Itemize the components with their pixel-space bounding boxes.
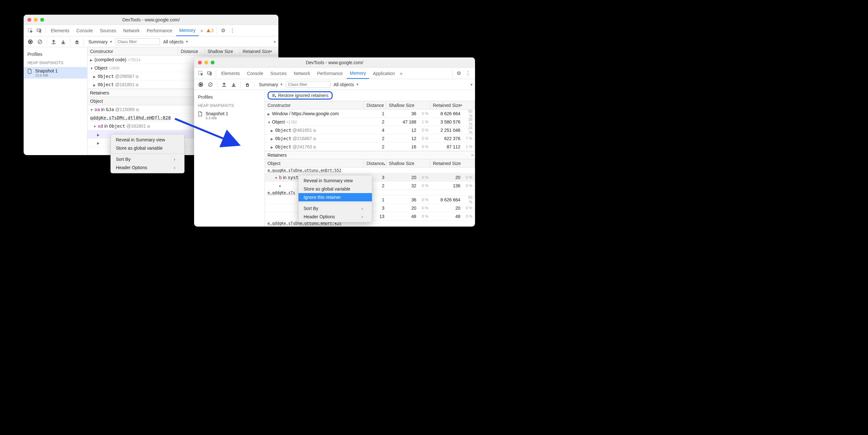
menu-store-global[interactable]: Store as global variable	[111, 144, 184, 152]
tab-performance[interactable]: Performance	[314, 68, 346, 79]
download-icon[interactable]	[59, 38, 67, 46]
expander-icon[interactable]: ▼	[90, 108, 94, 112]
svg-line-6	[39, 40, 41, 43]
settings-icon[interactable]: ⚙	[219, 27, 227, 33]
svg-point-12	[200, 84, 202, 86]
titlebar: DevTools - www.google.com/	[194, 57, 475, 68]
col-distance[interactable]: Distance	[178, 47, 205, 55]
memory-toolbar: Summary All objects ▾	[24, 36, 278, 47]
tab-icon: ⧉	[147, 124, 150, 129]
col-retained[interactable]: Retained Size	[240, 47, 278, 55]
clear-icon[interactable]	[36, 38, 44, 46]
upload-icon[interactable]	[220, 81, 228, 89]
toolbar-caret-icon[interactable]: ▾	[274, 39, 276, 44]
expander-icon[interactable]: ▶	[271, 137, 275, 141]
upload-icon[interactable]	[50, 38, 58, 46]
tab-memory[interactable]: Memory	[347, 68, 369, 79]
view-mode-select[interactable]: Summary	[257, 82, 284, 87]
inspect-icon[interactable]	[197, 69, 205, 77]
col-constructor[interactable]: Constructor	[265, 101, 364, 109]
minimize-icon[interactable]	[34, 18, 38, 22]
class-filter-input[interactable]	[286, 81, 331, 88]
zoom-icon[interactable]	[40, 18, 44, 22]
restore-ignored-retainers-button[interactable]: Restore ignored retainers	[268, 91, 333, 100]
col-distance[interactable]: Distance	[364, 101, 386, 109]
col-constructor[interactable]: Constructor	[88, 47, 178, 55]
kebab-icon[interactable]: ⋮	[464, 70, 472, 76]
retainer-row[interactable]: e,quugKe,sTsDne,uttunu,enDrt:552	[265, 167, 475, 173]
constructor-row[interactable]: ▼Object ×1782 2 47 1881 % 3 580 57639 %	[265, 118, 475, 126]
class-filter-input[interactable]	[115, 38, 160, 45]
expander-icon[interactable]: ▶	[97, 142, 101, 145]
tab-console[interactable]: Console	[73, 26, 96, 36]
inspect-icon[interactable]	[26, 27, 34, 35]
hamburger-icon[interactable]: ≡	[471, 153, 474, 158]
kebab-icon[interactable]: ⋮	[228, 27, 237, 33]
col-retained[interactable]: Retained Size	[430, 159, 475, 167]
download-icon[interactable]	[229, 81, 238, 89]
constructor-row[interactable]: ▶Object @461651 ⧉ 4 120 % 2 251 04824 %	[265, 126, 475, 134]
constructor-row[interactable]: ▶Object @216867 ⧉ 2 120 % 622 3767 %	[265, 134, 475, 143]
constructor-grid-header: Constructor Distance Shallow Size Retain…	[265, 101, 475, 110]
menu-sort-by[interactable]: Sort By	[111, 155, 184, 163]
menu-ignore-retainer[interactable]: Ignore this retainer	[299, 193, 372, 201]
col-object[interactable]: Object	[265, 159, 364, 167]
context-menu-b: Reveal in Summary view Store as global v…	[298, 175, 372, 222]
toolbar-caret-icon[interactable]: ▾	[470, 82, 472, 87]
col-shallow[interactable]: Shallow Size	[386, 101, 430, 109]
expander-icon[interactable]: ▼	[278, 184, 282, 188]
record-icon[interactable]	[26, 38, 34, 46]
snapshot-item[interactable]: Snapshot 1 13.6 MB	[24, 67, 87, 79]
menu-reveal-summary[interactable]: Reveal in Summary view	[111, 136, 184, 144]
expander-icon[interactable]: ▶	[93, 83, 97, 87]
device-toggle-icon[interactable]	[35, 27, 43, 35]
constructor-row[interactable]: ▶Window / https://www.google.com 1 360 %…	[265, 110, 475, 118]
tab-application[interactable]: Application	[370, 68, 398, 79]
close-icon[interactable]	[198, 61, 202, 64]
tab-console[interactable]: Console	[244, 68, 266, 79]
view-mode-select[interactable]: Summary	[87, 39, 114, 44]
gc-icon[interactable]	[73, 38, 81, 46]
menu-reveal-summary[interactable]: Reveal in Summary view	[299, 177, 372, 185]
col-shallow[interactable]: Shallow Size	[205, 47, 240, 55]
tab-elements[interactable]: Elements	[48, 26, 72, 36]
record-icon[interactable]	[197, 81, 205, 89]
tab-network[interactable]: Network	[120, 26, 143, 36]
expander-icon[interactable]: ▼	[275, 176, 278, 180]
minimize-icon[interactable]	[204, 61, 208, 64]
close-icon[interactable]	[27, 18, 31, 22]
expander-icon[interactable]: ▶	[93, 75, 97, 79]
expander-icon[interactable]: ▼	[268, 121, 271, 124]
scope-select[interactable]: All objects	[332, 82, 361, 87]
tab-sources[interactable]: Sources	[267, 68, 290, 79]
menu-sort-by[interactable]: Sort By	[299, 204, 372, 213]
menu-store-global[interactable]: Store as global variable	[299, 185, 372, 193]
zoom-icon[interactable]	[211, 61, 215, 64]
constructor-row[interactable]: ▶Object @241763 ⧉ 2 160 % 87 1121 %	[265, 143, 475, 151]
tab-performance[interactable]: Performance	[143, 26, 175, 36]
menu-header-options[interactable]: Header Options	[111, 163, 184, 172]
expander-icon[interactable]: ▶	[97, 133, 101, 136]
menu-header-options[interactable]: Header Options	[299, 213, 372, 221]
col-shallow[interactable]: Shallow Size	[386, 159, 430, 167]
expander-icon[interactable]: ▼	[90, 67, 94, 70]
expander-icon[interactable]: ▶	[271, 146, 275, 149]
more-tabs-icon[interactable]: »	[399, 71, 404, 76]
clear-icon[interactable]	[206, 81, 215, 89]
warning-badge[interactable]: 2	[205, 28, 215, 33]
col-retained[interactable]: Retained Size	[430, 101, 475, 109]
expander-icon[interactable]: ▶	[90, 58, 94, 62]
tab-elements[interactable]: Elements	[218, 68, 243, 79]
tab-network[interactable]: Network	[290, 68, 313, 79]
device-toggle-icon[interactable]	[206, 69, 214, 77]
scope-select[interactable]: All objects	[161, 39, 190, 44]
tab-memory[interactable]: Memory	[176, 25, 199, 36]
retainers-label: Retainers ≡	[265, 151, 475, 159]
tab-sources[interactable]: Sources	[97, 26, 119, 36]
expander-icon[interactable]: ▼	[93, 125, 97, 128]
gc-icon[interactable]	[243, 81, 252, 89]
expander-icon[interactable]: ▶	[271, 129, 275, 132]
settings-icon[interactable]: ⚙	[455, 70, 463, 76]
expander-icon[interactable]: ▶	[268, 112, 271, 116]
more-tabs-icon[interactable]: »	[199, 28, 204, 33]
